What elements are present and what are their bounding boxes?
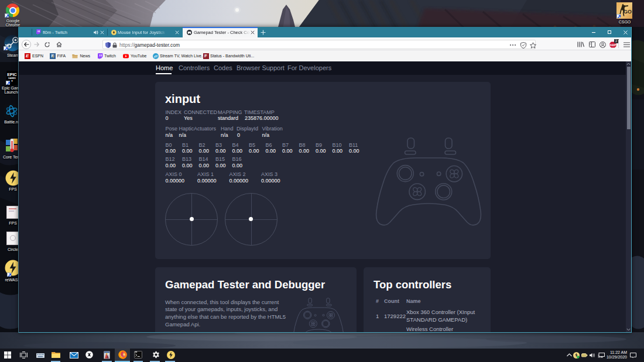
svg-text:ABP: ABP	[609, 43, 616, 46]
svg-text:GO: GO	[624, 9, 632, 15]
